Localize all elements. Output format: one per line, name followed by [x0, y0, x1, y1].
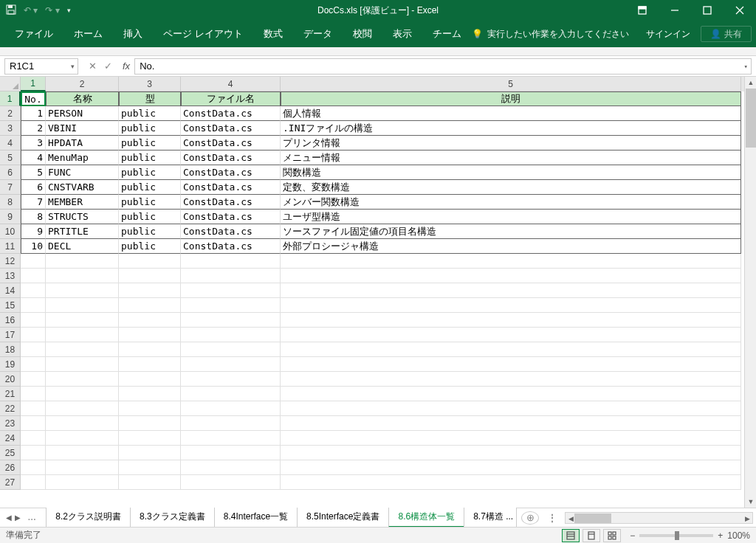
cell[interactable]: public [119, 151, 181, 165]
cell[interactable]: 6 [21, 180, 46, 195]
column-header[interactable]: 1 [21, 77, 46, 91]
signin-link[interactable]: サインイン [636, 28, 701, 41]
cell[interactable] [181, 416, 281, 431]
view-normal-icon[interactable] [562, 529, 580, 542]
tab-data[interactable]: データ [293, 21, 343, 47]
cell[interactable] [21, 387, 46, 401]
cell[interactable] [21, 401, 46, 416]
cell[interactable] [46, 298, 119, 313]
cell[interactable]: ユーザ型構造 [281, 210, 741, 224]
cell[interactable] [119, 416, 181, 431]
cell[interactable] [21, 328, 46, 342]
cell[interactable]: ConstData.cs [181, 151, 281, 165]
cell[interactable] [119, 372, 181, 387]
zoom-slider[interactable] [639, 534, 713, 537]
tell-me-search[interactable]: 💡 実行したい作業を入力してください [472, 28, 629, 41]
cell[interactable] [119, 298, 181, 313]
cell[interactable]: 外部プロシージャ構造 [281, 239, 741, 254]
cell[interactable]: PERSON [46, 106, 119, 121]
cell[interactable] [281, 431, 741, 446]
close-icon[interactable] [724, 0, 756, 21]
column-header[interactable]: 2 [46, 77, 119, 91]
cell[interactable] [119, 313, 181, 328]
column-header[interactable]: 3 [119, 77, 181, 91]
cell[interactable] [281, 254, 741, 269]
tab-formulas[interactable]: 数式 [253, 21, 293, 47]
spreadsheet-grid[interactable]: 1 2 3 4 5 1 No. 名称 型 ファイル名 説明2 1 PERSON … [0, 77, 756, 508]
cell[interactable] [46, 416, 119, 431]
zoom-in-button[interactable]: + [718, 530, 723, 541]
fx-icon[interactable]: fx [118, 60, 134, 72]
cell[interactable] [21, 313, 46, 328]
cell[interactable] [281, 460, 741, 475]
name-box[interactable]: R1C1 [4, 58, 78, 75]
select-all-cells[interactable] [0, 77, 21, 91]
cell[interactable] [181, 283, 281, 298]
scroll-up-icon[interactable]: ▲ [745, 77, 756, 89]
cell[interactable]: ConstData.cs [181, 239, 281, 254]
cell[interactable] [119, 357, 181, 372]
cell[interactable] [46, 342, 119, 357]
scrollbar-thumb[interactable] [574, 513, 611, 523]
row-header[interactable]: 23 [0, 416, 21, 431]
cell[interactable] [21, 431, 46, 446]
cell[interactable] [281, 475, 741, 490]
cell[interactable]: MEMBER [46, 195, 119, 210]
scroll-right-icon[interactable]: ▶ [742, 513, 752, 525]
cell[interactable] [46, 283, 119, 298]
cell[interactable]: DECL [46, 239, 119, 254]
cell[interactable]: public [119, 239, 181, 254]
row-header[interactable]: 5 [0, 151, 21, 165]
cell[interactable]: 2 [21, 121, 46, 136]
cell[interactable]: ConstData.cs [181, 106, 281, 121]
sheet-tab[interactable]: 8.3クラス定義書 [130, 508, 215, 528]
cell[interactable]: No. [21, 91, 46, 106]
row-header[interactable]: 21 [0, 387, 21, 401]
cell[interactable]: 9 [21, 224, 46, 239]
cell[interactable]: .INIファイルの構造 [281, 121, 741, 136]
view-pagelayout-icon[interactable] [583, 529, 600, 542]
tab-team[interactable]: チーム [422, 21, 472, 47]
row-header[interactable]: 20 [0, 372, 21, 387]
cell[interactable] [281, 401, 741, 416]
cell[interactable] [46, 313, 119, 328]
row-header[interactable]: 27 [0, 475, 21, 490]
row-header[interactable]: 8 [0, 195, 21, 210]
cell[interactable] [21, 298, 46, 313]
cell[interactable] [119, 254, 181, 269]
cell[interactable]: 型 [119, 91, 181, 106]
cell[interactable]: 関数構造 [281, 165, 741, 180]
cell[interactable]: ConstData.cs [181, 136, 281, 151]
cell[interactable] [119, 401, 181, 416]
cell[interactable] [46, 431, 119, 446]
qa-customize-icon[interactable]: ▾ [67, 7, 71, 14]
maximize-icon[interactable] [691, 0, 724, 21]
cell[interactable] [21, 372, 46, 387]
column-header[interactable]: 5 [281, 77, 741, 91]
cell[interactable] [181, 298, 281, 313]
scrollbar-thumb[interactable] [746, 89, 756, 148]
cell[interactable] [281, 269, 741, 283]
cell[interactable] [46, 328, 119, 342]
cell[interactable]: FUNC [46, 165, 119, 180]
cell[interactable]: public [119, 165, 181, 180]
tab-overflow-left[interactable]: ... [24, 513, 41, 522]
cell[interactable]: public [119, 180, 181, 195]
cell[interactable] [281, 328, 741, 342]
cell[interactable] [21, 283, 46, 298]
row-header[interactable]: 16 [0, 313, 21, 328]
tab-home[interactable]: ホーム [63, 21, 113, 47]
cell[interactable] [21, 416, 46, 431]
row-header[interactable]: 17 [0, 328, 21, 342]
cell[interactable] [281, 298, 741, 313]
cell[interactable] [46, 475, 119, 490]
cell[interactable]: CNSTVARB [46, 180, 119, 195]
cell[interactable]: MenuMap [46, 151, 119, 165]
sheet-tab[interactable]: 8.7構造 ... [464, 508, 517, 528]
cell[interactable] [46, 372, 119, 387]
tab-scroll-right-icon[interactable]: ▶ [15, 513, 21, 522]
column-header[interactable]: 4 [181, 77, 281, 91]
cell[interactable] [181, 460, 281, 475]
cell[interactable] [281, 342, 741, 357]
cell[interactable] [46, 460, 119, 475]
